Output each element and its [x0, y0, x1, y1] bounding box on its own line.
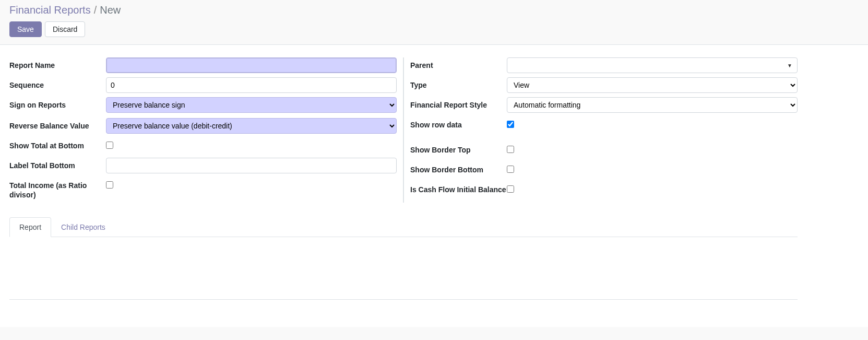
label-financial-report-style: Financial Report Style	[410, 97, 507, 110]
breadcrumb-current: New	[100, 4, 121, 16]
label-type: Type	[410, 77, 507, 90]
label-report-name: Report Name	[9, 57, 106, 70]
discard-button[interactable]: Discard	[45, 21, 85, 37]
show-total-bottom-checkbox[interactable]	[106, 142, 113, 149]
left-column: Report Name Sequence Sign on Reports	[9, 57, 403, 203]
show-row-data-checkbox[interactable]	[507, 121, 514, 128]
tab-report[interactable]: Report	[9, 217, 51, 237]
total-income-ratio-checkbox[interactable]	[106, 181, 113, 189]
right-column: Parent ▼ Type View Financial Repo	[403, 57, 798, 203]
parent-input[interactable]	[507, 57, 798, 73]
label-show-row-data: Show row data	[410, 117, 507, 130]
label-total-income-ratio: Total Income (as Ratio divisor)	[9, 178, 106, 200]
label-sign-on-reports: Sign on Reports	[9, 97, 106, 110]
financial-report-style-select[interactable]: Automatic formatting	[507, 97, 798, 113]
label-show-total-bottom: Show Total at Bottom	[9, 138, 106, 150]
label-sequence: Sequence	[9, 77, 106, 90]
tab-bar: Report Child Reports	[9, 217, 798, 237]
report-name-input[interactable]	[106, 57, 397, 73]
form-view: Report Name Sequence Sign on Reports	[0, 45, 868, 327]
label-label-total-bottom: Label Total Bottom	[9, 158, 106, 170]
action-buttons: Save Discard	[9, 21, 859, 37]
show-border-bottom-checkbox[interactable]	[507, 166, 514, 173]
breadcrumb-parent-link[interactable]: Financial Reports	[9, 4, 91, 16]
sign-on-reports-select[interactable]: Preserve balance sign	[106, 97, 397, 113]
breadcrumb: Financial Reports / New	[9, 4, 859, 16]
save-button[interactable]: Save	[9, 21, 42, 37]
label-show-border-bottom: Show Border Bottom	[410, 162, 507, 174]
tab-child-reports[interactable]: Child Reports	[51, 217, 115, 237]
label-is-cash-flow-initial: Is Cash Flow Initial Balance	[410, 182, 507, 194]
show-border-top-checkbox[interactable]	[507, 146, 514, 153]
label-parent: Parent	[410, 57, 507, 70]
label-reverse-balance-value: Reverse Balance Value	[9, 118, 106, 131]
type-select[interactable]: View	[507, 77, 798, 93]
tab-content-report	[9, 237, 798, 300]
label-total-bottom-input[interactable]	[106, 158, 397, 173]
notebook: Report Child Reports	[9, 217, 798, 300]
reverse-balance-value-select[interactable]: Preserve balance value (debit-credit)	[106, 118, 397, 134]
control-panel: Financial Reports / New Save Discard	[0, 0, 868, 45]
sequence-input[interactable]	[106, 77, 397, 93]
label-show-border-top: Show Border Top	[410, 142, 507, 155]
is-cash-flow-initial-checkbox[interactable]	[507, 185, 514, 193]
breadcrumb-separator: /	[94, 4, 97, 16]
